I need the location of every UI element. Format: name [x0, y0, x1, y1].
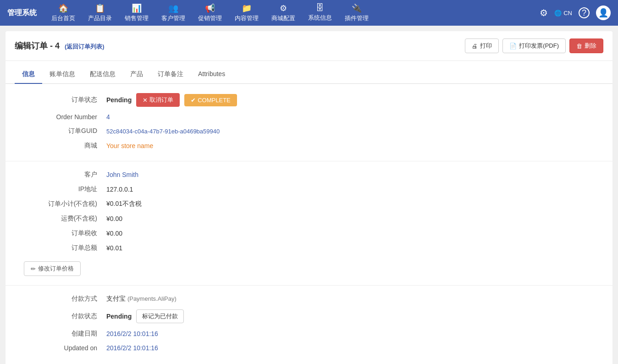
nav-label-config: 商城配置: [271, 14, 295, 22]
ip-label: IP地址: [15, 185, 106, 193]
nav-item-content[interactable]: 📁 内容管理: [229, 0, 264, 25]
tax-value: ¥0.00: [106, 230, 122, 237]
mark-paid-button[interactable]: 标记为已付款: [136, 309, 184, 323]
order-status-value: Pending ✕ 取消订单 ✔ COMPLETE: [106, 93, 237, 107]
shipping-row: 运费(不含税) ¥0.00: [15, 215, 603, 223]
delete-button[interactable]: 🗑 删除: [569, 39, 603, 53]
nav-label-home: 后台首页: [51, 14, 75, 22]
status-pending-badge: Pending: [106, 96, 132, 104]
tab-shipping[interactable]: 配送信息: [83, 66, 123, 84]
updated-date-row: Updated on 2016/2/2 10:01:16: [15, 344, 603, 352]
back-link[interactable]: (返回订单列表): [65, 43, 105, 50]
times-icon: ✕: [143, 97, 148, 104]
nav-right: ⚙ 🌐 CN ? 👤: [540, 6, 611, 20]
avatar-icon: 👤: [598, 8, 608, 18]
store-value: Your store name: [106, 142, 153, 149]
plugins-icon: 🔌: [352, 3, 362, 13]
tab-info[interactable]: 信息: [15, 66, 42, 84]
tab-billing[interactable]: 账单信息: [42, 66, 83, 84]
page-actions: 🖨 打印 📄 打印发票(PDF) 🗑 删除: [465, 39, 603, 53]
trash-icon: 🗑: [576, 43, 582, 50]
print-button[interactable]: 🖨 打印: [465, 39, 499, 53]
store-row: 商城 Your store name: [15, 142, 603, 150]
total-row: 订单总额 ¥0.01: [15, 244, 603, 252]
ip-row: IP地址 127.0.0.1: [15, 185, 603, 193]
subtotal-row: 订单小计(不含税) ¥0.01不含税: [15, 200, 603, 208]
order-number-value: 4: [106, 113, 110, 121]
payment-method-code: (Payments.AliPay): [127, 295, 177, 302]
main-content: 编辑订单 - 4 (返回订单列表) 🖨 打印 📄 打印发票(PDF) 🗑 删除 …: [6, 31, 612, 364]
tab-notes[interactable]: 订单备注: [150, 66, 191, 84]
payment-pending-badge: Pending: [106, 313, 132, 320]
customers-icon: 👥: [168, 3, 178, 13]
print-invoice-button[interactable]: 📄 打印发票(PDF): [502, 39, 566, 53]
payment-status-row: 付款状态 Pending 标记为已付款: [15, 309, 603, 323]
nav-label-plugins: 插件管理: [345, 14, 369, 22]
order-number-row: Order Number 4: [15, 113, 603, 121]
nav-label-content: 内容管理: [235, 14, 259, 22]
updated-date-label: Updated on: [15, 344, 106, 352]
brand: 管理系统: [7, 8, 37, 18]
tab-attributes[interactable]: Attributes: [191, 66, 232, 84]
store-label: 商城: [15, 142, 106, 150]
nav-item-promotions[interactable]: 📢 促销管理: [193, 0, 227, 25]
page-header: 编辑订单 - 4 (返回订单列表) 🖨 打印 📄 打印发票(PDF) 🗑 删除: [6, 31, 612, 61]
complete-order-button[interactable]: ✔ COMPLETE: [184, 94, 237, 106]
nav-label-promotions: 促销管理: [198, 14, 222, 22]
subtotal-label: 订单小计(不含税): [15, 200, 106, 208]
order-guid-row: 订单GUID 52c84034-c04a-47b7-91eb-a0469ba59…: [15, 127, 603, 135]
settings-icon[interactable]: ⚙: [540, 7, 548, 18]
system-icon: 🗄: [316, 3, 324, 13]
customer-label: 客户: [15, 171, 106, 179]
payment-status-label: 付款状态: [15, 312, 106, 320]
total-label: 订单总额: [15, 244, 106, 252]
customer-row: 客户 John Smith: [15, 171, 603, 179]
modify-price-wrapper: ✏ 修改订单价格: [15, 259, 603, 281]
nav-label-sales: 销售管理: [125, 14, 149, 22]
nav-item-customers[interactable]: 👥 客户管理: [156, 0, 191, 25]
updated-date-value: 2016/2/2 10:01:16: [106, 344, 158, 352]
promotions-icon: 📢: [205, 3, 215, 13]
nav-item-system[interactable]: 🗄 系统信息: [303, 0, 337, 25]
payment-status-value: Pending 标记为已付款: [106, 309, 184, 323]
order-status-row: 订单状态 Pending ✕ 取消订单 ✔ COMPLETE: [15, 93, 603, 107]
ip-value: 127.0.0.1: [106, 186, 133, 193]
edit-icon: ✏: [31, 265, 36, 272]
tab-products[interactable]: 产品: [123, 66, 150, 84]
nav-item-plugins[interactable]: 🔌 插件管理: [339, 0, 374, 25]
nav-item-products[interactable]: 📋 产品目录: [83, 0, 117, 25]
order-info-section: 订单状态 Pending ✕ 取消订单 ✔ COMPLETE Order Num…: [6, 84, 612, 161]
customer-value: John Smith: [106, 171, 138, 178]
tabs: 信息 账单信息 配送信息 产品 订单备注 Attributes: [6, 66, 612, 84]
payment-status-area: Pending 标记为已付款: [106, 309, 184, 323]
order-number-label: Order Number: [15, 113, 106, 121]
help-icon[interactable]: ?: [579, 7, 590, 18]
order-status-label: 订单状态: [15, 96, 106, 104]
payment-method-value: 支付宝 (Payments.AliPay): [106, 295, 177, 303]
payment-section: 付款方式 支付宝 (Payments.AliPay) 付款状态 Pending …: [6, 286, 612, 363]
shipping-value: ¥0.00: [106, 215, 122, 222]
created-date-row: 创建日期 2016/2/2 10:01:16: [15, 330, 603, 338]
shipping-label: 运费(不含税): [15, 215, 106, 223]
modify-price-button[interactable]: ✏ 修改订单价格: [24, 261, 81, 276]
payment-method-label: 付款方式: [15, 295, 106, 303]
nav-label-customers: 客户管理: [161, 14, 185, 22]
navbar: 管理系统 🏠 后台首页 📋 产品目录 📊 销售管理 👥 客户管理 📢 促销管理 …: [0, 0, 618, 26]
nav-label-system: 系统信息: [308, 14, 332, 22]
cancel-order-button[interactable]: ✕ 取消订单: [136, 93, 180, 107]
nav-item-home[interactable]: 🏠 后台首页: [46, 0, 81, 25]
globe-icon: 🌐: [554, 10, 562, 17]
lang-label: CN: [563, 10, 572, 17]
tax-label: 订单税收: [15, 229, 106, 237]
check-icon: ✔: [191, 97, 196, 104]
created-date-value: 2016/2/2 10:01:16: [106, 330, 158, 337]
order-guid-value: 52c84034-c04a-47b7-91eb-a0469ba59940: [106, 128, 220, 135]
payment-method-row: 付款方式 支付宝 (Payments.AliPay): [15, 295, 603, 303]
language-switcher[interactable]: 🌐 CN: [554, 10, 572, 17]
customer-info-section: 客户 John Smith IP地址 127.0.0.1 订单小计(不含税) ¥…: [6, 161, 612, 286]
user-avatar[interactable]: 👤: [596, 6, 611, 20]
nav-item-config[interactable]: ⚙ 商城配置: [266, 0, 301, 25]
page-title: 编辑订单 - 4 (返回订单列表): [15, 40, 105, 51]
printer-icon: 🖨: [472, 43, 478, 50]
nav-item-sales[interactable]: 📊 销售管理: [119, 0, 154, 25]
